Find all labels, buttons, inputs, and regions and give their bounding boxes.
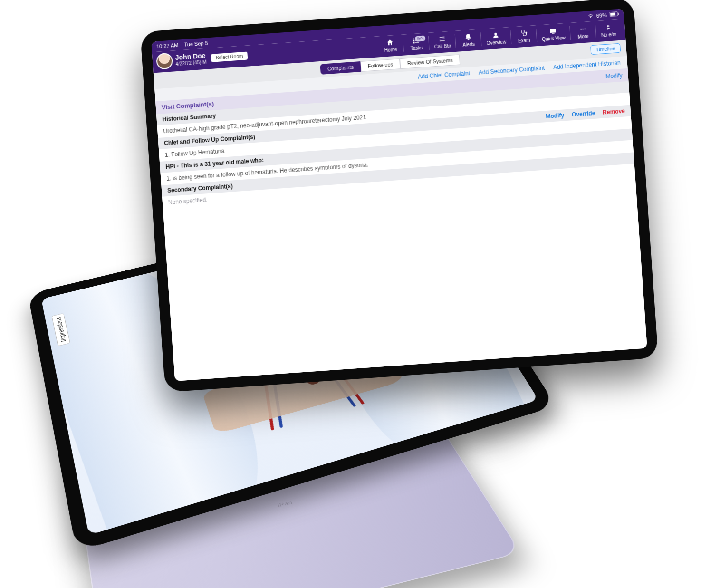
add-secondary-complaint-link[interactable]: Add Secondary Complaint [478, 65, 545, 76]
toolbar-noem[interactable]: No e/m [595, 22, 622, 38]
status-date: Tue Sep 5 [184, 40, 208, 47]
svg-rect-8 [415, 42, 419, 43]
svg-point-17 [582, 28, 584, 29]
toolbar-tasks[interactable]: 0(0) Tasks [403, 36, 429, 51]
svg-point-12 [494, 32, 497, 35]
toolbar-more[interactable]: More [569, 24, 596, 40]
battery-pct: 69% [596, 12, 607, 19]
timeline-button[interactable]: Timeline [590, 43, 621, 55]
toolbar-label: Exam [518, 38, 530, 44]
svg-point-16 [580, 29, 582, 30]
svg-rect-11 [440, 40, 445, 41]
status-time: 10:27 AM [156, 42, 179, 49]
caduceus-icon [604, 23, 612, 31]
toolbar-quickview[interactable]: Quick View [536, 26, 570, 42]
toolbar-label: Call Btn [434, 43, 451, 49]
override-link[interactable]: Override [572, 110, 595, 118]
toolbar-label: Home [384, 47, 397, 53]
list-icon [438, 35, 446, 43]
toolbar-overview[interactable]: Overview [480, 30, 511, 46]
battery-icon [609, 11, 619, 18]
toolbar-label: Overview [486, 39, 506, 46]
tab-followups[interactable]: Follow-ups [360, 58, 401, 72]
person-icon [492, 31, 500, 39]
svg-point-13 [525, 32, 527, 33]
remove-link[interactable]: Remove [603, 107, 625, 116]
section-title-text: Visit Complaint(s) [161, 100, 214, 111]
add-chief-complaint-link[interactable]: Add Chief Complaint [418, 70, 471, 80]
svg-rect-10 [440, 38, 445, 39]
toolbar-label: Tasks [410, 45, 423, 51]
toolbar-label: Alerts [462, 41, 475, 48]
svg-rect-9 [440, 36, 445, 37]
device-brand-label: iPad [277, 500, 293, 508]
toolbar-label: No e/m [601, 31, 617, 38]
svg-rect-3 [413, 38, 414, 39]
toolbar-exam[interactable]: Exam [510, 29, 537, 44]
ipad-emr: 10:27 AM Tue Sep 5 69% [140, 0, 658, 392]
stethoscope-icon [519, 29, 528, 37]
toolbar-home[interactable]: Home [377, 38, 404, 53]
quickview-icon [549, 27, 557, 35]
modify-link[interactable]: Modify [605, 72, 623, 79]
select-room-button[interactable]: Select Room [211, 51, 248, 62]
wifi-icon [587, 13, 594, 20]
toolbar-label: Quick View [542, 35, 566, 41]
svg-rect-15 [552, 33, 554, 34]
svg-rect-2 [618, 13, 619, 15]
patient-avatar[interactable] [156, 53, 173, 70]
toolbar-alerts[interactable]: Alerts [455, 32, 481, 48]
svg-rect-1 [610, 13, 615, 16]
bell-icon [464, 33, 472, 41]
home-icon [386, 39, 394, 47]
modify-link[interactable]: Modify [546, 112, 565, 120]
tab-ros[interactable]: Review Of Systems [400, 54, 460, 69]
content-area-blank [163, 176, 647, 381]
toolbar-call[interactable]: Call Btn [428, 34, 456, 50]
more-icon [579, 25, 587, 33]
svg-point-18 [584, 28, 586, 29]
add-independent-historian-link[interactable]: Add Independent Historian [553, 59, 621, 71]
svg-rect-5 [413, 40, 414, 41]
tasks-badge: 0(0) [415, 35, 426, 42]
toolbar-label: More [577, 33, 589, 39]
tab-complaints[interactable]: Complaints [320, 61, 361, 75]
svg-rect-7 [413, 42, 415, 43]
svg-rect-14 [550, 29, 556, 33]
